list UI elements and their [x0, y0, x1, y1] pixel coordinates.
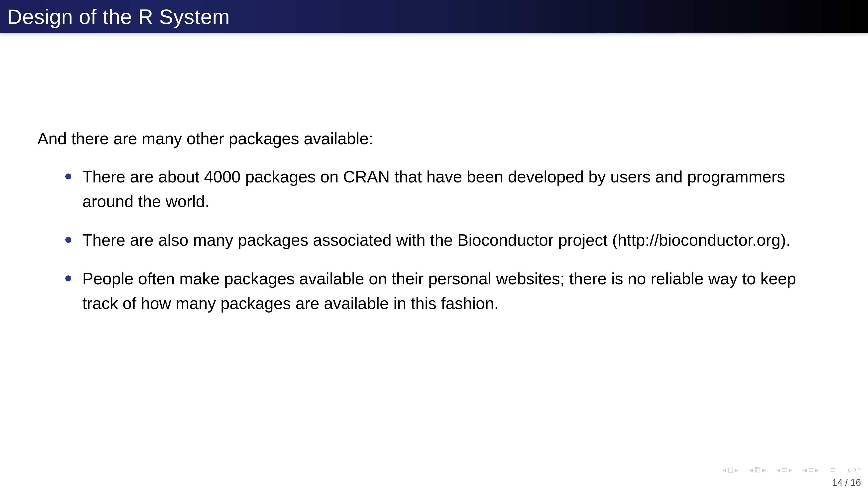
lines-icon	[808, 467, 814, 473]
list-item: People often make packages available on …	[82, 267, 831, 316]
chevron-left-icon: ◂	[803, 466, 807, 474]
list-item: There are also many packages associated …	[82, 228, 831, 253]
title-bar: Design of the R System	[0, 0, 868, 33]
navigation-controls: ◂ ▸ ◂ ▸ ◂ ▸	[723, 466, 861, 474]
svg-rect-2	[756, 468, 760, 473]
page-number: 14 / 16	[832, 477, 861, 488]
nav-prev-section[interactable]: ◂ ▸	[777, 466, 792, 474]
lines-icon	[830, 467, 836, 473]
chevron-left-icon: ◂	[749, 466, 753, 474]
nav-next-section[interactable]: ◂ ▸	[803, 466, 819, 474]
chevron-left-icon: ◂	[777, 466, 780, 474]
svg-rect-0	[728, 468, 733, 472]
chevron-right-icon: ▸	[735, 466, 738, 474]
square-icon	[727, 467, 734, 473]
chevron-right-icon: ▸	[815, 466, 819, 474]
chevron-right-icon: ▸	[789, 466, 792, 474]
slide-title: Design of the R System	[7, 5, 230, 29]
intro-paragraph: And there are many other packages availa…	[37, 128, 831, 150]
lines-icon	[781, 467, 788, 473]
slide-footer: ◂ ▸ ◂ ▸ ◂ ▸	[723, 466, 861, 488]
nav-go-back[interactable]	[847, 466, 861, 474]
slide-content: And there are many other packages availa…	[0, 33, 868, 495]
undo-redo-icon	[847, 466, 861, 474]
nav-outline[interactable]	[830, 467, 836, 473]
nav-first-slide[interactable]: ◂ ▸	[723, 466, 738, 474]
list-item: There are about 4000 packages on CRAN th…	[82, 165, 831, 214]
slide-container: Design of the R System And there are man…	[0, 0, 868, 495]
document-stack-icon	[754, 466, 761, 474]
bullet-list: There are about 4000 packages on CRAN th…	[37, 165, 831, 316]
chevron-right-icon: ▸	[762, 466, 766, 474]
nav-prev-slide[interactable]: ◂ ▸	[749, 466, 766, 474]
chevron-left-icon: ◂	[723, 466, 726, 474]
